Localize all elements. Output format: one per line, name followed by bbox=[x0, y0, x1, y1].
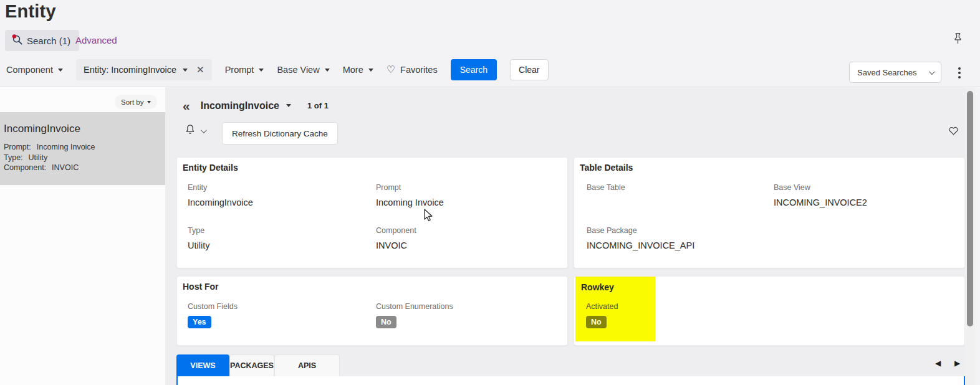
search-button[interactable]: Search bbox=[451, 59, 497, 80]
vertical-scrollbar[interactable] bbox=[965, 87, 975, 385]
filter-prompt-label: Prompt bbox=[225, 65, 254, 75]
card-title: Entity Details bbox=[183, 163, 238, 173]
result-title: IncomingInvoice bbox=[4, 123, 160, 135]
result-row: Type:Utility bbox=[4, 153, 160, 163]
record-title-dropdown[interactable]: IncomingInvoice bbox=[201, 100, 291, 112]
search-results-icon bbox=[11, 34, 23, 47]
tab-views[interactable]: VIEWS bbox=[176, 354, 229, 376]
filter-more-label: More bbox=[343, 65, 363, 75]
rowkey-highlight: Rowkey Activated No bbox=[575, 277, 655, 341]
field-base-view: Base View INCOMING_INVOICE2 bbox=[774, 183, 867, 207]
chevron-down-icon bbox=[929, 69, 935, 75]
chevron-down-icon bbox=[58, 69, 63, 72]
entity-details-card: Entity Details Entity IncomingInvoice Pr… bbox=[176, 157, 568, 269]
chevron-down-icon bbox=[286, 104, 291, 107]
filter-component-label: Component bbox=[6, 65, 53, 75]
scrollbar-thumb[interactable] bbox=[967, 91, 973, 326]
table-details-card: Table Details Base Table Base View INCOM… bbox=[574, 157, 965, 269]
filter-base-view-dropdown[interactable]: Base View bbox=[277, 65, 329, 75]
page-title: Entity bbox=[5, 1, 56, 22]
tab-search[interactable]: Search (1) bbox=[5, 30, 79, 51]
rowkey-card: Rowkey Activated No bbox=[574, 276, 965, 346]
results-sidebar: Sort by IncomingInvoice Prompt:Incoming … bbox=[0, 87, 165, 385]
field-component: Component INVOIC bbox=[376, 226, 416, 250]
saved-searches-dropdown[interactable]: Saved Searches bbox=[849, 62, 941, 83]
refresh-dictionary-cache-button[interactable]: Refresh Dictionary Cache bbox=[222, 122, 338, 145]
no-badge: No bbox=[376, 316, 396, 328]
chevron-down-icon bbox=[259, 69, 264, 72]
filter-chip-entity[interactable]: Entity: IncomingInvoice ✕ bbox=[76, 59, 212, 80]
field-type: Type Utility bbox=[188, 226, 209, 250]
more-options-icon[interactable] bbox=[956, 65, 963, 81]
result-row: Component:INVOIC bbox=[4, 163, 160, 173]
card-title: Table Details bbox=[580, 163, 633, 173]
favorites-label: Favorites bbox=[400, 65, 438, 75]
tabs-scroll-left-icon[interactable]: ◀ bbox=[935, 359, 941, 367]
result-row: Prompt:Incoming Invoice bbox=[4, 142, 160, 153]
result-list-item[interactable]: IncomingInvoice Prompt:Incoming Invoice … bbox=[0, 112, 165, 185]
field-base-package: Base Package INCOMING_INVOICE_API bbox=[587, 226, 694, 250]
chevron-down-icon bbox=[183, 69, 188, 72]
heart-icon: ♡ bbox=[387, 65, 395, 75]
chevron-down-icon bbox=[325, 69, 330, 72]
favorite-record-heart-icon[interactable] bbox=[948, 126, 959, 138]
field-custom-fields: Custom Fields Yes bbox=[188, 302, 238, 328]
record-title: IncomingInvoice bbox=[201, 100, 279, 112]
notifications-bell-icon[interactable] bbox=[185, 123, 196, 138]
search-tab-label: Search (1) bbox=[27, 36, 70, 46]
chevron-down-icon bbox=[147, 101, 151, 103]
tab-packages[interactable]: PACKAGES bbox=[229, 354, 274, 376]
collapse-panel-icon[interactable]: « bbox=[183, 99, 190, 112]
sort-by-label: Sort by bbox=[121, 98, 143, 106]
filter-chip-label: Entity: IncomingInvoice bbox=[84, 65, 176, 75]
record-pager: 1 of 1 bbox=[307, 101, 329, 110]
pin-icon[interactable] bbox=[953, 32, 963, 47]
field-activated: Activated No bbox=[586, 302, 618, 328]
remove-filter-icon[interactable]: ✕ bbox=[194, 64, 204, 75]
favorites-button[interactable]: ♡ Favorites bbox=[387, 65, 438, 75]
filter-bar: Component Entity: IncomingInvoice ✕ Prom… bbox=[6, 59, 549, 80]
views-tab-panel bbox=[176, 376, 965, 385]
saved-searches-label: Saved Searches bbox=[857, 68, 916, 77]
filter-prompt-dropdown[interactable]: Prompt bbox=[225, 65, 264, 75]
tab-advanced[interactable]: Advanced bbox=[75, 35, 117, 45]
filter-base-view-label: Base View bbox=[277, 65, 319, 75]
field-prompt: Prompt Incoming Invoice bbox=[376, 183, 444, 207]
filter-more-dropdown[interactable]: More bbox=[343, 65, 373, 75]
chevron-down-icon bbox=[368, 69, 373, 72]
yes-badge: Yes bbox=[188, 316, 211, 328]
clear-button[interactable]: Clear bbox=[510, 59, 548, 80]
tab-apis[interactable]: APIS bbox=[274, 354, 340, 376]
card-title: Host For bbox=[183, 282, 219, 292]
field-entity: Entity IncomingInvoice bbox=[188, 183, 253, 207]
filter-component-dropdown[interactable]: Component bbox=[6, 65, 63, 75]
card-title: Rowkey bbox=[581, 282, 614, 292]
sort-by-dropdown[interactable]: Sort by bbox=[115, 95, 157, 109]
tabs-scroll-right-icon[interactable]: ▶ bbox=[954, 359, 960, 367]
host-for-card: Host For Custom Fields Yes Custom Enumer… bbox=[176, 276, 568, 346]
no-badge: No bbox=[586, 316, 607, 328]
field-custom-enumerations: Custom Enumerations No bbox=[376, 302, 453, 328]
bell-chevron-down-icon[interactable] bbox=[201, 127, 207, 133]
field-base-table: Base Table bbox=[587, 183, 625, 197]
